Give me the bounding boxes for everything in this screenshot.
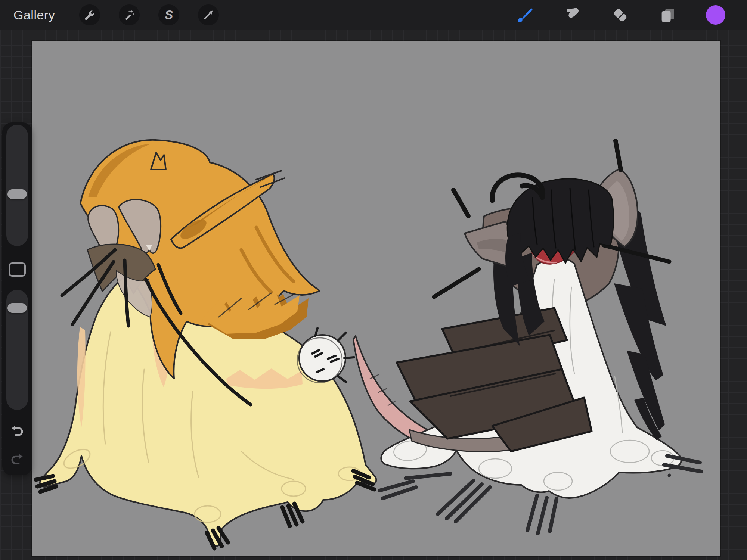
drawing-canvas[interactable] [32, 41, 720, 556]
procreate-app: Gallery S [0, 0, 747, 560]
gallery-button[interactable]: Gallery [13, 8, 55, 22]
smudge-finger-icon [563, 6, 581, 24]
transform-button[interactable] [198, 4, 219, 25]
brush-size-handle[interactable] [7, 189, 27, 199]
color-swatch-button[interactable] [706, 5, 725, 25]
wrench-icon [84, 9, 96, 21]
selections-button[interactable]: S [158, 4, 179, 25]
actions-button[interactable] [79, 4, 100, 25]
artwork [32, 41, 720, 556]
layers-tool-button[interactable] [658, 5, 678, 25]
opacity-handle[interactable] [7, 303, 27, 313]
color-swatch [706, 5, 725, 25]
left-creature [36, 140, 376, 548]
undo-button[interactable] [9, 423, 25, 440]
adjustments-button[interactable] [119, 4, 140, 25]
toolbar-left-group: Gallery S [0, 4, 228, 25]
undo-icon [10, 424, 25, 439]
brush-size-slider[interactable] [6, 125, 28, 246]
redo-icon [10, 452, 25, 467]
paint-tool-button[interactable] [515, 5, 534, 25]
top-toolbar: Gallery S [0, 0, 747, 30]
layers-icon [659, 6, 677, 24]
right-creature [353, 141, 701, 533]
eraser-icon [611, 6, 629, 24]
opacity-slider[interactable] [6, 290, 28, 410]
smudge-tool-button[interactable] [562, 5, 582, 25]
pom [297, 328, 354, 383]
toolbar-right-group [500, 5, 747, 25]
s-ribbon-icon: S [165, 7, 173, 22]
redo-button[interactable] [9, 452, 25, 468]
erase-tool-button[interactable] [610, 5, 630, 25]
paintbrush-icon [515, 6, 533, 24]
magic-wand-icon [123, 9, 135, 21]
modify-button[interactable] [9, 262, 26, 277]
brush-sidebar [2, 122, 32, 475]
arrow-cursor-icon [202, 9, 214, 21]
